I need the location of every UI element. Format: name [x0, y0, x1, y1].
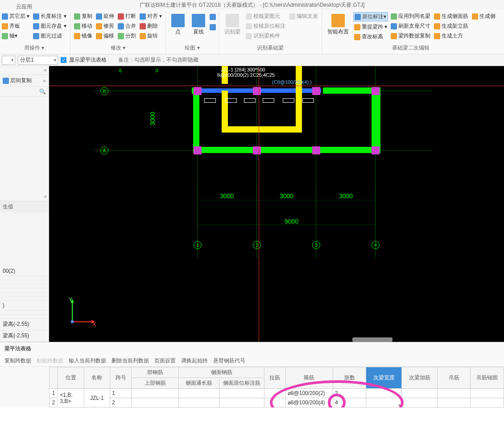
btn-check-orig[interactable]: 校核原位标注	[245, 22, 286, 30]
combo-layer[interactable]: 分层1	[18, 56, 58, 65]
bp-swap-span[interactable]: 调换起始跨	[181, 357, 208, 365]
prop-row-blank4[interactable]	[0, 288, 49, 292]
th-hanger-anchor[interactable]: 吊筋锚固	[471, 367, 504, 389]
side2-icon	[472, 13, 478, 20]
drawing-canvas[interactable]: B A 1 2 3 4 3000 3000 3000 9000 3000 6 3…	[49, 66, 504, 342]
btn-split[interactable]: 分割	[117, 32, 137, 40]
btn-smart-layout[interactable]: 智能布置	[325, 12, 351, 37]
h-scroll-thumb[interactable]	[352, 337, 392, 342]
btn-break[interactable]: 打断	[117, 12, 137, 21]
prop-row-0[interactable]: 00(2)	[0, 266, 49, 276]
prop-row-blank2[interactable]	[0, 280, 49, 284]
th-top-group[interactable]: 部钢筋	[132, 367, 179, 378]
checkbox-show-table[interactable]: ✓	[61, 57, 66, 63]
prop-row-blank1[interactable]	[0, 276, 49, 280]
prop-row-blank3[interactable]	[0, 284, 49, 288]
btn-gen-side[interactable]: 生成侧面筋	[433, 12, 469, 21]
btn-offset[interactable]: 偏移	[95, 32, 115, 40]
panel-close-1[interactable]: ×	[0, 66, 49, 75]
prop-row-2[interactable]: 梁高(-2.55)	[0, 319, 49, 330]
table-row[interactable]: 2 2 ⌀8@100/200(4) 4	[50, 398, 504, 407]
th-sub-add[interactable]: 次梁加筋	[402, 367, 438, 389]
btn-rec-beam[interactable]: 识别梁	[222, 12, 243, 37]
th-side-group[interactable]: 侧面钢筋	[179, 367, 264, 378]
cell-stirrup[interactable]: ⌀8@100/200(2)	[285, 389, 333, 398]
comp-icon	[246, 33, 252, 39]
prop-row-blank5[interactable]	[0, 292, 49, 296]
bp-delete-col[interactable]: 删除当前列数据	[112, 357, 149, 365]
bp-page-setup[interactable]: 页面设置	[154, 357, 176, 365]
panel-search[interactable]: 🔍	[0, 87, 49, 97]
cell-limbs[interactable]: 2	[333, 389, 366, 398]
btn-axis[interactable]: 轴▾	[1, 32, 30, 40]
save-icon	[33, 23, 39, 29]
bp-input-col[interactable]: 输入当前列数据	[69, 357, 106, 365]
cloud-app-btn[interactable]: 云应用	[16, 2, 32, 12]
slot-2	[225, 98, 237, 103]
btn-check-elev[interactable]: 查改标高	[353, 33, 388, 41]
btn-gen-earth[interactable]: 生成土方	[433, 32, 469, 40]
btn-check-elem[interactable]: 校核梁图元	[245, 12, 286, 21]
btn-move[interactable]: 移动	[73, 22, 93, 30]
cell-limbs[interactable]: 4	[333, 398, 366, 407]
bp-copy-span[interactable]: 复制跨数据	[4, 357, 31, 365]
cell-span[interactable]: 2	[110, 398, 132, 407]
th-side-through[interactable]: 侧面通长筋	[179, 378, 219, 389]
th-side-orig[interactable]: 侧面原位标注筋	[219, 378, 264, 389]
btn-edit-support[interactable]: 编辑支座	[288, 12, 319, 21]
btn-point[interactable]: 点	[169, 12, 187, 37]
prop-row-blank6[interactable]	[0, 296, 49, 300]
btn-delete[interactable]: 删除	[139, 22, 163, 30]
btn-orig-annot[interactable]: 原位标注▾	[353, 12, 388, 21]
th-top-sub[interactable]: 上部钢筋	[132, 378, 179, 389]
spline-icon[interactable]	[210, 24, 216, 30]
btn-refresh-sup[interactable]: 刷新支座尺寸	[390, 22, 431, 30]
btn-gen-frame[interactable]: 生成架立筋	[433, 22, 469, 30]
btn-length-dim[interactable]: 长度标注 ▾	[32, 12, 67, 21]
bp-cantilever[interactable]: 悬臂钢筋代号	[213, 357, 245, 365]
prop-row-blank7[interactable]	[0, 311, 49, 315]
btn-align-plate[interactable]: 齐板	[1, 22, 30, 30]
th-hanger[interactable]: 吊筋	[438, 367, 471, 389]
cell-pos[interactable]: <1,B;3,B>	[58, 389, 84, 407]
beam-table[interactable]: 位置 名称 跨号 部钢筋 侧面钢筋 拉筋 箍筋 肢数 次梁宽度 次梁加筋 吊筋 …	[49, 367, 504, 407]
th-limbs[interactable]: 肢数	[333, 367, 366, 389]
btn-copy[interactable]: 复制	[73, 12, 93, 21]
th-pos[interactable]: 位置	[58, 367, 84, 389]
cell-sub-width-active[interactable]	[366, 398, 402, 407]
btn-extend[interactable]: 延伸	[95, 12, 115, 21]
combo-empty[interactable]	[2, 56, 15, 65]
btn-align[interactable]: 对齐 ▾	[139, 12, 163, 21]
cell-name[interactable]: JZL-1	[84, 389, 110, 407]
row-idx: 2	[50, 398, 58, 407]
btn-trim[interactable]: 修剪	[95, 22, 115, 30]
btn-apply-same[interactable]: 应用到同名梁	[390, 12, 431, 21]
th-stirrup[interactable]: 箍筋	[285, 367, 333, 389]
point-icon	[171, 14, 185, 27]
cell-span[interactable]: 1	[110, 389, 132, 398]
prop-row-1[interactable]: )	[0, 300, 49, 311]
btn-other-layer[interactable]: 其它层 ▾	[1, 12, 30, 21]
cell-stirrup[interactable]: ⌀8@100/200(4)	[285, 398, 333, 407]
th-span[interactable]: 跨号	[110, 367, 132, 389]
btn-relift-span[interactable]: 重提梁跨 ▾	[353, 23, 388, 31]
btn-line[interactable]: 直线	[189, 12, 208, 37]
bp-paste-span[interactable]: 粘贴跨数据	[37, 357, 63, 365]
th-name[interactable]: 名称	[84, 367, 110, 389]
table-row[interactable]: 1 <1,B;3,B> JZL-1 1 ⌀8@100/200(2) 2	[50, 389, 504, 398]
btn-rotate[interactable]: 旋转	[139, 32, 163, 40]
panel-close-2[interactable]: ×	[0, 192, 49, 201]
prop-row-blank8[interactable]	[0, 315, 49, 319]
th-tie[interactable]: 拉筋	[264, 367, 285, 389]
btn-mirror[interactable]: 镜像	[73, 32, 93, 40]
btn-rec-comp[interactable]: 识别梁构件	[245, 32, 286, 40]
arc-icon[interactable]	[210, 14, 216, 20]
btn-layer-copy[interactable]: 层间复制»	[0, 75, 49, 87]
btn-copy-span-data[interactable]: 梁跨数据复制	[390, 32, 431, 40]
btn-gen-side2[interactable]: 生成侧	[471, 12, 496, 21]
btn-merge[interactable]: 合并	[117, 22, 137, 30]
prop-row-3[interactable]: 梁高(-2.55)	[0, 330, 49, 342]
btn-save-elems[interactable]: 图元存盘 ▾	[32, 22, 67, 30]
th-sub-width[interactable]: 次梁宽度	[366, 367, 402, 389]
btn-filter-elems[interactable]: 图元过滤	[32, 32, 67, 40]
